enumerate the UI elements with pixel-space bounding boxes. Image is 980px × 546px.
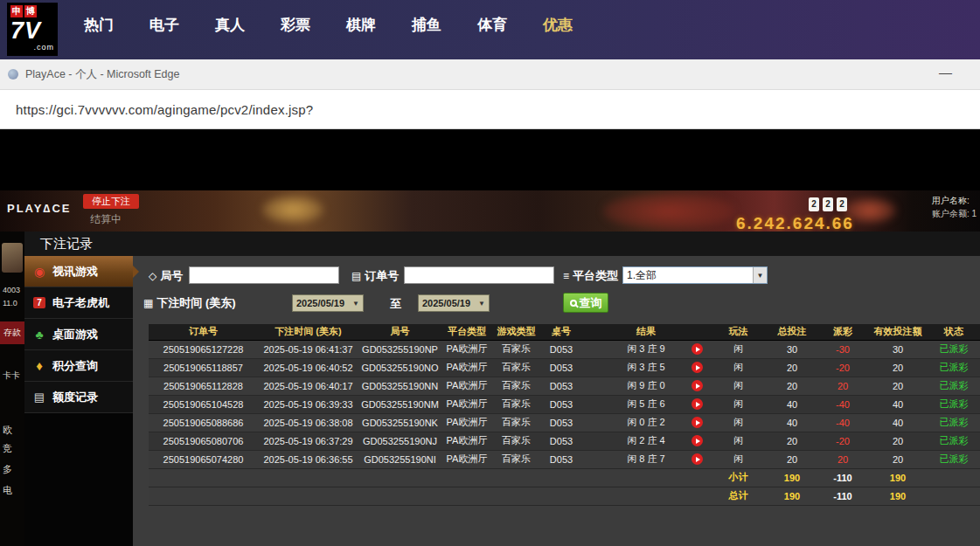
cell-payout: -40 [817, 413, 868, 432]
cell-table-no: D053 [540, 432, 582, 450]
site-logo[interactable]: 申 博 7V .com [7, 3, 58, 56]
stop-betting-button[interactable]: 停止下注 [83, 194, 139, 209]
screen: 申 博 7V .com 热门 电子 真人 彩票 棋牌 捕鱼 体育 优惠 Play… [0, 0, 980, 546]
cell-table-no: D053 [540, 377, 582, 395]
sidebar-item-points-query[interactable]: 积分查询 [24, 350, 133, 382]
fragment-text: 电 [3, 484, 12, 497]
to-label: 至 [390, 296, 401, 312]
sidebar-item-quota-records[interactable]: 额度记录 [24, 382, 133, 413]
card: 2 [809, 197, 819, 211]
replay-play-button[interactable] [692, 343, 703, 355]
order-number-input[interactable] [404, 266, 554, 284]
search-icon [570, 300, 577, 307]
search-button-label: 查询 [580, 295, 602, 311]
cell-game: 百家乐 [492, 377, 540, 395]
cell-payout: 20 [817, 377, 868, 395]
cell-platform: PA欧洲厅 [441, 413, 492, 432]
browser-title-bar: PlayAce - 个人 - Microsoft Edge — [0, 59, 980, 90]
nav-item-live[interactable]: 真人 [215, 15, 245, 35]
col-header-payout: 派彩 [817, 324, 868, 340]
order-number-label-text: 订单号 [365, 268, 399, 284]
col-header-play: 玩法 [710, 324, 767, 340]
cell-valid-bet: 30 [868, 340, 928, 358]
replay-play-button[interactable] [692, 362, 703, 373]
date-to-picker[interactable]: 2025/05/19 ▼ [418, 294, 490, 312]
sidebar-item-table-games[interactable]: 桌面游戏 [24, 319, 133, 350]
window-title: PlayAce - 个人 - Microsoft Edge [25, 67, 179, 82]
cell-game: 百家乐 [492, 358, 540, 377]
replay-play-button[interactable] [692, 380, 703, 391]
points-diamond-icon [31, 358, 47, 373]
cell-total-bet: 40 [767, 413, 817, 432]
bet-time-label: 下注时间 (美东) [143, 295, 236, 311]
cell-game: 百家乐 [492, 450, 540, 468]
nav-item-promotions[interactable]: 优惠 [543, 15, 573, 35]
cell-total-bet: 20 [767, 450, 817, 468]
cell-side: 闲 [710, 377, 767, 395]
search-button[interactable]: 查询 [563, 293, 608, 313]
cell-status: 已派彩 [928, 413, 980, 432]
col-header-total-bet: 总投注 [767, 324, 817, 340]
logo-suffix: .com [10, 43, 54, 52]
cell-platform: PA欧洲厅 [441, 395, 492, 413]
card-row: 2 2 2 [809, 197, 847, 211]
avatar [2, 243, 23, 273]
cell-status: 已派彩 [928, 340, 980, 358]
cell-table-no: D053 [540, 358, 582, 377]
total-row: 总计 190 -110 190 [149, 487, 980, 505]
cell-platform: PA欧洲厅 [441, 450, 492, 468]
cell-payout: 20 [817, 450, 868, 468]
replay-play-button[interactable] [692, 398, 703, 410]
betting-records-modal: 下注记录 视讯游戏 电子老虎机 桌面游戏 积分查询 额度记录 [24, 232, 980, 546]
modal-title: 下注记录 [24, 232, 980, 256]
sidebar-item-label: 桌面游戏 [52, 327, 98, 342]
nav-item-board-games[interactable]: 棋牌 [346, 15, 376, 35]
col-header-platform: 平台类型 [441, 324, 492, 340]
nav-item-sports[interactable]: 体育 [477, 15, 507, 35]
address-bar[interactable]: https://gci.7vvvvvv.com/agingame/pcv2/in… [0, 90, 980, 129]
cell-table-no: D053 [540, 340, 582, 358]
deposit-button-fragment[interactable]: 存款 [0, 321, 24, 344]
fragment-text: 欧 [3, 424, 12, 437]
cell-round: GD053255190NJ [358, 432, 441, 450]
nav-item-fishing[interactable]: 捕鱼 [412, 15, 441, 35]
replay-play-button[interactable] [692, 453, 703, 465]
cell-table-no: D053 [540, 413, 582, 432]
cell-valid-bet: 20 [868, 450, 928, 468]
total-label: 总计 [710, 487, 767, 505]
cell-round: GD053255190NN [358, 377, 441, 395]
replay-play-button[interactable] [692, 435, 703, 446]
nav-item-hot[interactable]: 热门 [84, 15, 114, 35]
jackpot-amount: 6.242.624.66 [736, 214, 854, 232]
cell-total-bet: 20 [767, 358, 817, 377]
card: 2 [823, 197, 833, 211]
cell-status: 已派彩 [928, 377, 980, 395]
settling-status: 结算中 [90, 212, 122, 227]
chevron-down-icon: ▼ [478, 300, 485, 308]
cell-round: GD053255190NO [358, 358, 441, 377]
logo-square-1: 申 [10, 5, 23, 17]
result-text: 闲 3 庄 9 [627, 342, 664, 356]
nav-item-lottery[interactable]: 彩票 [281, 15, 310, 35]
cell-game: 百家乐 [492, 413, 540, 432]
cell-result: 闲 3 庄 5 [582, 358, 710, 377]
logo-red-squares: 申 博 [10, 5, 54, 17]
date-from-picker[interactable]: 2025/05/19 ▼ [292, 294, 364, 312]
cell-total-bet: 30 [767, 340, 817, 358]
minimize-button[interactable]: — [932, 63, 959, 81]
replay-play-button[interactable] [692, 417, 703, 428]
col-header-valid-bet: 有效投注额 [868, 324, 928, 340]
page-black-band [0, 129, 980, 190]
col-header-game-type: 游戏类型 [492, 324, 540, 340]
nav-item-electronic[interactable]: 电子 [149, 15, 179, 35]
cell-order: 250519065127228 [149, 340, 258, 358]
platform-type-select[interactable]: 1.全部 ▼ [622, 266, 768, 284]
balance-label: 账户余额: 1 [932, 207, 977, 220]
quota-document-icon [31, 390, 47, 404]
fragment-text: 多 [3, 463, 12, 476]
round-number-input[interactable] [189, 266, 339, 284]
sidebar-item-slot-machines[interactable]: 电子老虎机 [24, 287, 133, 319]
platform-type-label: 平台类型 [563, 268, 618, 284]
cell-status: 已派彩 [928, 395, 980, 413]
sidebar-item-video-games[interactable]: 视讯游戏 [24, 256, 133, 287]
